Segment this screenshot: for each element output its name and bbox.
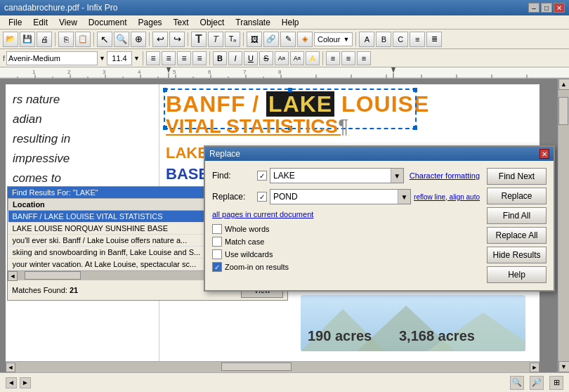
vital-stats-heading: VITAL STATISTICS¶ (166, 115, 348, 138)
menu-translate[interactable]: Translate (230, 16, 276, 29)
print-button[interactable]: 🖨 (37, 32, 52, 47)
menu-text[interactable]: Text (168, 16, 195, 29)
bold-btn[interactable]: B (213, 51, 227, 65)
color-btn[interactable]: ◈ (297, 32, 313, 47)
hide-results-button[interactable]: Hide Results (487, 247, 547, 263)
replace-button[interactable]: Replace (487, 188, 547, 204)
menu-edit[interactable]: Edit (27, 16, 53, 29)
h-scroll-thumb[interactable] (25, 271, 81, 280)
doc-h-scrollbar[interactable]: ◄ ► (6, 361, 539, 372)
link-tool[interactable]: 🔗 (263, 32, 279, 47)
banff-text: BANFF / (166, 91, 266, 117)
menu-help[interactable]: Help (276, 16, 305, 29)
status-scroll-right[interactable]: ► (20, 377, 31, 388)
zoom-checkbox[interactable]: ✓ (212, 262, 222, 272)
menu-view[interactable]: View (53, 16, 83, 29)
replace-dropdown-btn[interactable]: ▼ (398, 190, 410, 204)
superscript-btn[interactable]: Aa (275, 51, 289, 65)
find-input[interactable]: LAKE (270, 169, 391, 183)
find-checkbox[interactable]: ✓ (257, 171, 267, 181)
select-tool[interactable]: ⊕ (131, 32, 146, 47)
status-scroll-left[interactable]: ◄ (6, 377, 17, 388)
zoom-tool[interactable]: 🔍 (114, 32, 129, 47)
scroll-left-btn[interactable]: ◄ (6, 362, 15, 372)
menu-pages[interactable]: Pages (133, 16, 168, 29)
align-left-btn[interactable]: ≡ (146, 51, 160, 65)
scroll-right-btn[interactable]: ► (530, 362, 539, 372)
para-more-btn[interactable]: ≡ (357, 51, 371, 65)
draw-tool[interactable]: ✎ (280, 32, 296, 47)
text-tool2[interactable]: T (208, 32, 223, 47)
tool-d[interactable]: ≡ (410, 32, 425, 47)
title-bar: canadabrochure.pdf - Infix Pro – □ ✕ (0, 0, 569, 15)
align-center-btn[interactable]: ≡ (162, 51, 176, 65)
strikethrough-btn[interactable]: S (259, 51, 273, 65)
zoom-out-btn[interactable]: 🔍 (510, 376, 524, 390)
h-scroll-track (15, 362, 530, 372)
font-name-input[interactable]: Avenir-Medium (6, 51, 98, 65)
tool-e[interactable]: ≣ (426, 32, 442, 47)
menu-document[interactable]: Document (83, 16, 133, 29)
wildcards-checkbox[interactable] (212, 249, 222, 259)
para-spacing-btn[interactable]: ≡ (341, 51, 355, 65)
tool-b[interactable]: B (376, 32, 391, 47)
find-next-button[interactable]: Find Next (487, 168, 547, 185)
scope-link[interactable]: all pages in current document (212, 210, 480, 218)
replace-input[interactable]: POND (270, 190, 398, 204)
title-bar-buttons: – □ ✕ (528, 3, 565, 13)
open-button[interactable]: 📂 (3, 32, 18, 47)
help-button[interactable]: Help (487, 266, 547, 283)
maximize-button[interactable]: □ (541, 3, 552, 13)
whole-words-checkbox[interactable] (212, 224, 222, 234)
char-format-link[interactable]: Character formatting (410, 171, 480, 180)
replace-all-button[interactable]: Replace All (487, 227, 547, 244)
scroll-up-btn[interactable]: ▲ (558, 79, 570, 90)
reflow-link[interactable]: reflow line, align auto (414, 193, 480, 201)
font-size-input[interactable]: 11.4 (107, 51, 132, 65)
find-all-button[interactable]: Find All (487, 207, 547, 224)
h-scroll-thumb[interactable] (221, 362, 292, 371)
minimize-button[interactable]: – (528, 3, 539, 13)
subscript-btn[interactable]: Aa (290, 51, 304, 65)
svg-text:8: 8 (278, 69, 282, 75)
replace-dialog-close[interactable]: ✕ (539, 149, 549, 159)
layout-btn[interactable]: ⊞ (549, 376, 563, 390)
undo-button[interactable]: ↩ (152, 32, 168, 47)
wildcards-label: Use wildcards (225, 250, 273, 259)
v-scrollbar[interactable]: ▲ ▼ (558, 79, 569, 372)
copy-button[interactable]: ⎘ (58, 32, 74, 47)
close-button[interactable]: ✕ (554, 3, 565, 13)
size-dropdown-arrow[interactable]: ▼ (133, 55, 140, 62)
scroll-down-btn[interactable]: ▼ (558, 361, 570, 372)
align-right-btn[interactable]: ≡ (177, 51, 191, 65)
replace-checkbox[interactable]: ✓ (257, 192, 267, 202)
tool-c[interactable]: C (393, 32, 408, 47)
find-dropdown-btn[interactable]: ▼ (391, 169, 403, 183)
match-case-checkbox[interactable] (212, 237, 222, 247)
save-button[interactable]: 💾 (20, 32, 35, 47)
zoom-in-btn[interactable]: 🔎 (530, 376, 544, 390)
text-tool[interactable]: T (191, 32, 207, 47)
colour-dropdown[interactable]: Colour ▼ (314, 32, 353, 46)
svg-text:1: 1 (32, 69, 36, 75)
paste-button[interactable]: 📋 (75, 32, 91, 47)
menu-object[interactable]: Object (195, 16, 230, 29)
document-canvas: rs nature adian resulting in impressive … (0, 79, 558, 372)
replace-dialog-body: Find: ✓ LAKE ▼ Character formatting Repl… (205, 161, 554, 290)
img-tool[interactable]: 🖼 (247, 32, 262, 47)
underline-btn[interactable]: U (244, 51, 258, 65)
font-dropdown-arrow[interactable]: ▼ (99, 55, 105, 62)
menu-file[interactable]: File (3, 16, 27, 29)
justify-btn[interactable]: ≡ (192, 51, 207, 65)
redo-button[interactable]: ↪ (169, 32, 185, 47)
text-size-tool[interactable]: Tₐ (225, 32, 240, 47)
italic-btn[interactable]: I (228, 51, 242, 65)
highlight-btn[interactable]: A (306, 51, 320, 65)
scroll-thumb[interactable] (558, 97, 568, 125)
para-mark: ¶ (338, 115, 348, 137)
para-align-btn[interactable]: ≡ (326, 51, 340, 65)
svg-text:2: 2 (67, 69, 71, 75)
tool-a[interactable]: A (359, 32, 374, 47)
cursor-tool[interactable]: ↖ (97, 32, 112, 47)
h-scroll-left[interactable]: ◄ (8, 271, 18, 281)
